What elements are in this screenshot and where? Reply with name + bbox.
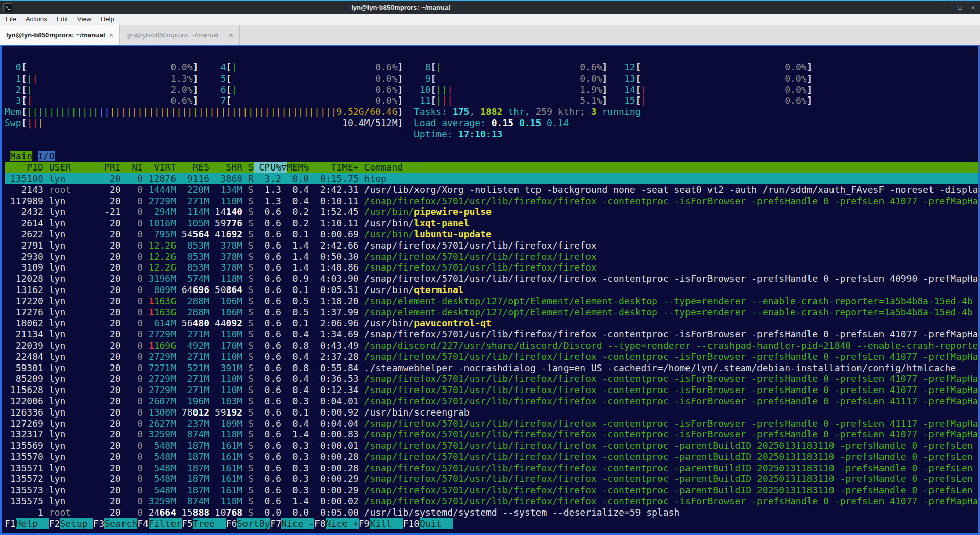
cpu-14-meter: 14[| 0.0%]	[619, 84, 812, 95]
process-row-135575[interactable]: 135575 lyn 20 0 3259M 874M 118M S 0.6 1.…	[5, 496, 978, 507]
tab-close-icon[interactable]: ×	[109, 31, 113, 39]
memory-row: Mem[||||||||||||||||||||||||||||||||||||…	[5, 106, 978, 117]
fkey-f1-help[interactable]: F1Help	[5, 518, 49, 529]
cpu-5-meter: 5[ 0.0%]	[209, 73, 403, 84]
swap-meter: Swp[||| 10.4M/512M]	[5, 117, 403, 128]
htop-screen-tabs: Main I/O	[5, 151, 978, 162]
fkey-f2-setup[interactable]: F2Setup	[49, 518, 93, 529]
uptime: Uptime: 17:10:13	[414, 129, 502, 139]
process-row-3109[interactable]: 3109 lyn 20 0 12.2G 853M 378M S 0.6 1.4 …	[5, 262, 978, 273]
fkey-f7-nice-[interactable]: F7Nice -	[270, 518, 314, 529]
cpu-13-meter: 13[ 0.0%]	[619, 73, 812, 84]
menu-item-edit[interactable]: Edit	[52, 15, 72, 23]
cpu-10-meter: 10[||| 1.9%]	[414, 84, 607, 95]
process-row-2143[interactable]: 2143 root 20 0 1444M 220M 134M S 1.3 0.4…	[5, 184, 978, 196]
terminal-tab-1[interactable]: lyn@lyn-b850mprors: ~/manual×	[0, 25, 120, 45]
menu-item-help[interactable]: Help	[96, 15, 119, 23]
process-row-2930[interactable]: 2930 lyn 20 0 12.2G 853M 378M S 0.6 1.4 …	[5, 251, 978, 262]
fkey-f5-tree[interactable]: F5Tree	[182, 518, 226, 529]
menu-bar: FileActionsEditViewHelp	[0, 14, 980, 25]
process-row-135108[interactable]: 135108 lyn 20 0 12876 9116 3868 R 3.2 0.…	[5, 173, 978, 184]
process-row-17276[interactable]: 17276 lyn 20 0 1163G 288M 106M S 0.6 0.5…	[5, 307, 978, 318]
fkey-f8-nice+[interactable]: F8Nice +	[314, 518, 359, 529]
function-key-bar: F1Help F2Setup F3SearchF4FilterF5Tree F6…	[5, 518, 978, 529]
menu-item-view[interactable]: View	[72, 15, 96, 23]
process-row-135572[interactable]: 135572 lyn 20 0 548M 187M 161M S 0.6 0.3…	[5, 473, 978, 484]
tab-label: lyn@lyn-b850mprors: ~/manual	[126, 31, 225, 39]
process-row-132317[interactable]: 132317 lyn 20 0 3259M 874M 118M S 0.6 1.…	[5, 429, 978, 440]
fkey-f9-kill[interactable]: F9Kill	[359, 518, 403, 529]
cpu-0-meter: 0[ 0.0%]	[5, 62, 198, 72]
cpu-6-meter: 6[| 0.6%]	[209, 84, 403, 95]
process-row-12028[interactable]: 12028 lyn 20 0 3196M 574M 118M S 0.6 0.9…	[5, 273, 978, 284]
terminal-window: >_ lyn@lyn-b850mprors: ~/manual – □ × Fi…	[0, 0, 980, 535]
tab-label: lyn@lyn-b850mprors: ~/manual	[6, 31, 105, 39]
cpu-meters-row-4: 3[| 0.6%] 7[ 0.0%] 11[||| 5.1%] 15[| 0.6…	[5, 95, 978, 106]
process-row-59301[interactable]: 59301 lyn 20 0 7271M 521M 391M S 0.6 0.8…	[5, 362, 978, 374]
process-row-115628[interactable]: 115628 lyn 20 0 2729M 271M 110M S 0.6 0.…	[5, 384, 978, 396]
blank-line	[5, 140, 978, 151]
fkey-f10-quit[interactable]: F10Quit	[403, 518, 453, 529]
terminal-tab-2[interactable]: lyn@lyn-b850mprors: ~/manual×	[120, 25, 240, 45]
process-row-127269[interactable]: 127269 lyn 20 0 2627M 237M 109M S 0.6 0.…	[5, 418, 978, 429]
cpu-15-meter: 15[| 0.6%]	[619, 95, 812, 106]
htop-screen: 0[ 0.0%] 4[| 0.6%] 8[| 0.6%] 12[ 0.0%] 1…	[2, 46, 978, 533]
minimize-button[interactable]: –	[945, 1, 948, 14]
process-row-85209[interactable]: 85209 lyn 20 0 2729M 271M 110M S 0.6 0.4…	[5, 373, 978, 384]
process-row-22484[interactable]: 22484 lyn 20 0 2729M 271M 110M S 0.6 0.4…	[5, 351, 978, 362]
tab-close-icon[interactable]: ×	[229, 31, 233, 39]
process-row-21134[interactable]: 21134 lyn 20 0 2729M 271M 110M S 0.6 0.4…	[5, 329, 978, 340]
process-row-13162[interactable]: 13162 lyn 20 0 809M 64696 50864 S 0.6 0.…	[5, 284, 978, 296]
htop-tab-main[interactable]: Main	[10, 151, 32, 161]
process-row-22039[interactable]: 22039 lyn 20 0 1169G 492M 170M S 0.6 0.8…	[5, 340, 978, 351]
cpu-12-meter: 12[ 0.0%]	[619, 62, 812, 72]
process-row-18062[interactable]: 18062 lyn 20 0 614M 56480 44092 S 0.6 0.…	[5, 318, 978, 329]
cpu-4-meter: 4[| 0.6%]	[209, 62, 403, 72]
process-row-135571[interactable]: 135571 lyn 20 0 548M 187M 161M S 0.6 0.3…	[5, 463, 978, 474]
cpu-9-meter: 9[ 0.0%]	[414, 73, 607, 84]
tab-bar: lyn@lyn-b850mprors: ~/manual×lyn@lyn-b85…	[0, 25, 980, 45]
process-row-17220[interactable]: 17220 lyn 20 0 1163G 288M 106M S 0.6 0.5…	[5, 296, 978, 307]
htop-tab-io[interactable]: I/O	[38, 151, 55, 161]
cpu-meters-row-1: 0[ 0.0%] 4[| 0.6%] 8[| 0.6%] 12[ 0.0%]	[5, 62, 978, 73]
fkey-f3-search[interactable]: F3Search	[93, 518, 137, 529]
process-row-135573[interactable]: 135573 lyn 20 0 548M 187M 161M S 0.6 0.3…	[5, 484, 978, 496]
menu-item-actions[interactable]: Actions	[21, 15, 52, 23]
process-row-135570[interactable]: 135570 lyn 20 0 548M 187M 161M S 0.6 0.3…	[5, 451, 978, 463]
process-table-header[interactable]: PID USER PRI NI VIRT RES SHR S CPU%▽MEM%…	[5, 162, 978, 173]
load-average: Load average: 0.15 0.15 0.14	[414, 117, 569, 128]
cpu-3-meter: 3[| 0.6%]	[5, 95, 198, 106]
window-controls: – □ ×	[945, 1, 975, 14]
process-row-122006[interactable]: 122006 lyn 20 0 2607M 196M 103M S 0.6 0.…	[5, 396, 978, 407]
process-row-2432[interactable]: 2432 lyn -21 0 294M 114M 14140 S 0.6 0.2…	[5, 206, 978, 217]
menu-item-file[interactable]: File	[1, 15, 21, 23]
process-row-2791[interactable]: 2791 lyn 20 0 12.2G 853M 378M S 0.6 1.4 …	[5, 240, 978, 251]
swap-row: Swp[||| 10.4M/512M] Load average: 0.15 0…	[5, 117, 978, 129]
process-row-126336[interactable]: 126336 lyn 20 0 1300M 78012 59192 S 0.6 …	[5, 407, 978, 418]
fkey-f4-filter[interactable]: F4Filter	[137, 518, 182, 529]
terminal-viewport[interactable]: 0[ 0.0%] 4[| 0.6%] 8[| 0.6%] 12[ 0.0%] 1…	[0, 45, 980, 535]
close-button[interactable]: ×	[971, 1, 975, 14]
cpu-2-meter: 2[| 2.0%]	[5, 84, 198, 95]
cpu-11-meter: 11[||| 5.1%]	[414, 95, 607, 106]
process-row-135569[interactable]: 135569 lyn 20 0 548M 187M 161M S 0.6 0.3…	[5, 440, 978, 451]
process-row-2614[interactable]: 2614 lyn 20 0 1016M 105M 59776 S 0.6 0.2…	[5, 217, 978, 229]
uptime-row: Uptime: 17:10:13	[5, 129, 978, 140]
maximize-button[interactable]: □	[958, 1, 962, 14]
cpu-7-meter: 7[ 0.0%]	[209, 95, 403, 106]
cpu-meters-row-2: 1[|| 1.3%] 5[ 0.0%] 9[ 0.0%] 13[ 0.0%]	[5, 73, 978, 84]
cpu-meters-row-3: 2[| 2.0%] 6[| 0.6%] 10[||| 1.9%] 14[| 0.…	[5, 84, 978, 95]
fkey-f6-sortby[interactable]: F6SortBy	[226, 518, 271, 529]
memory-meter: Mem[||||||||||||||||||||||||||||||||||||…	[5, 106, 403, 117]
terminal-app-icon: >_	[3, 3, 12, 12]
window-title: lyn@lyn-b850mprors: ~/manual	[351, 4, 450, 11]
titlebar[interactable]: >_ lyn@lyn-b850mprors: ~/manual – □ ×	[0, 1, 980, 14]
process-row-117989[interactable]: 117989 lyn 20 0 2729M 271M 110M S 1.3 0.…	[5, 196, 978, 207]
process-row-2622[interactable]: 2622 lyn 20 0 795M 54564 41692 S 0.6 0.1…	[5, 229, 978, 240]
process-row-1[interactable]: 1 root 20 0 24664 15888 10768 S 0.0 0.0 …	[5, 507, 978, 518]
cpu-1-meter: 1[|| 1.3%]	[5, 73, 198, 84]
cpu-8-meter: 8[| 0.6%]	[414, 62, 607, 72]
tasks-summary: Tasks: 175, 1882 thr, 259 kthr; 3 runnin…	[414, 106, 641, 117]
